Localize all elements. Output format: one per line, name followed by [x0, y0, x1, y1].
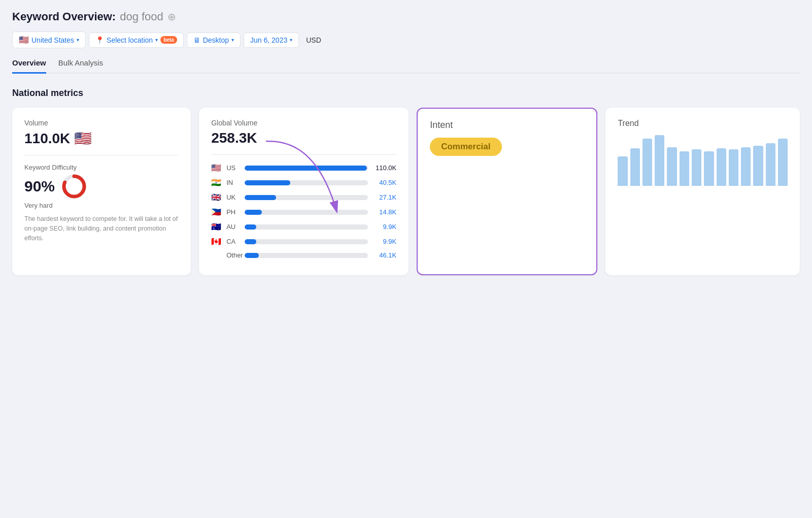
- page-title-query: dog food: [120, 10, 163, 23]
- trend-bar: [729, 149, 738, 186]
- country-row: 🇨🇦 CA 9.9K: [211, 237, 396, 246]
- trend-bar: [778, 139, 788, 186]
- country-flag: 🇵🇭: [211, 207, 222, 217]
- intent-badge: Commercial: [430, 138, 501, 156]
- country-row: 🇬🇧 UK 27.1K: [211, 192, 396, 202]
- kd-label: Keyword Difficulty: [24, 164, 179, 171]
- location-selector[interactable]: 📍 Select location ▾ beta: [89, 33, 184, 48]
- country-row: 🇺🇸 US 110.0K: [211, 163, 396, 173]
- country-code: AU: [226, 223, 241, 231]
- cards-row: Volume 110.0K 🇺🇸 Keyword Difficulty 90% …: [12, 108, 800, 275]
- global-volume-label: Global Volume: [211, 119, 396, 127]
- country-list: 🇺🇸 US 110.0K 🇮🇳 IN 40.5K 🇬🇧 UK 27.1K 🇵🇭 …: [211, 163, 396, 259]
- device-label: Desktop: [203, 36, 229, 44]
- country-value: 40.5K: [372, 179, 396, 186]
- date-selector[interactable]: Jun 6, 2023 ▾: [244, 33, 299, 48]
- trend-bar: [642, 139, 652, 186]
- country-code: Other: [226, 251, 241, 259]
- tab-overview[interactable]: Overview: [12, 58, 46, 74]
- bar-fill: [245, 180, 290, 185]
- country-value: 46.1K: [372, 251, 396, 259]
- country-row: 🇵🇭 PH 14.8K: [211, 207, 396, 217]
- intent-label: Intent: [430, 120, 584, 131]
- country-code: IN: [226, 179, 241, 186]
- country-row: 🇦🇺 AU 9.9K: [211, 222, 396, 232]
- kd-donut-chart: [61, 173, 87, 200]
- country-label: United States: [31, 36, 74, 44]
- volume-number: 110.0K: [24, 131, 70, 147]
- bar-background: [245, 239, 368, 244]
- trend-bar: [741, 147, 751, 186]
- location-label: Select location: [107, 36, 153, 44]
- add-keyword-icon[interactable]: ⊕: [167, 11, 176, 23]
- volume-label: Volume: [24, 119, 179, 127]
- section-title: National metrics: [12, 88, 800, 99]
- bar-background: [245, 224, 368, 230]
- date-chevron-icon: ▾: [290, 37, 292, 43]
- country-value: 14.8K: [372, 208, 396, 216]
- volume-card: Volume 110.0K 🇺🇸 Keyword Difficulty 90% …: [12, 108, 191, 275]
- country-flag: 🇮🇳: [211, 178, 222, 187]
- bar-fill: [245, 210, 262, 215]
- bar-background: [245, 210, 368, 215]
- card-divider: [24, 155, 179, 155]
- page-title-keyword: Keyword Overview:: [12, 10, 116, 23]
- bar-background: [245, 195, 368, 200]
- bar-background: [245, 253, 368, 258]
- trend-chart: [618, 135, 788, 186]
- bar-fill: [245, 253, 259, 258]
- desktop-icon: 🖥: [193, 36, 200, 44]
- device-selector[interactable]: 🖥 Desktop ▾: [187, 33, 241, 48]
- country-code: US: [226, 164, 241, 172]
- bar-background: [245, 166, 368, 171]
- trend-bar: [717, 148, 726, 186]
- global-volume-number: 258.3K: [211, 130, 257, 146]
- country-row: 🇮🇳 IN 40.5K: [211, 178, 396, 187]
- us-flag: 🇺🇸: [19, 35, 29, 45]
- trend-bar: [766, 143, 775, 186]
- volume-flag: 🇺🇸: [74, 130, 92, 147]
- currency-label: USD: [302, 33, 325, 47]
- bar-fill: [245, 195, 276, 200]
- beta-badge: beta: [160, 36, 177, 44]
- trend-bar: [753, 146, 763, 186]
- tabs-nav: Overview Bulk Analysis: [12, 58, 800, 74]
- trend-bar: [692, 149, 701, 186]
- trend-bar: [667, 147, 676, 186]
- location-chevron-icon: ▾: [155, 37, 158, 43]
- date-label: Jun 6, 2023: [250, 36, 287, 44]
- country-value: 9.9K: [372, 238, 396, 245]
- volume-value: 110.0K 🇺🇸: [24, 130, 179, 147]
- bar-fill: [245, 166, 366, 171]
- page-header: Keyword Overview: dog food ⊕: [12, 10, 800, 23]
- kd-sublabel: Very hard: [24, 202, 179, 209]
- trend-bar: [704, 151, 714, 186]
- bar-background: [245, 180, 368, 185]
- bar-fill: [245, 239, 256, 244]
- toolbar: 🇺🇸 United States ▾ 📍 Select location ▾ b…: [12, 31, 800, 48]
- kd-value-row: 90%: [24, 173, 179, 200]
- device-chevron-icon: ▾: [231, 37, 234, 43]
- country-flag: 🇦🇺: [211, 222, 222, 232]
- trend-card: Trend: [605, 108, 800, 275]
- global-volume-card: Global Volume 258.3K 🇺🇸 US 110.0K 🇮🇳 IN …: [199, 108, 409, 275]
- trend-bar: [655, 135, 664, 186]
- tab-bulk-analysis[interactable]: Bulk Analysis: [58, 58, 103, 74]
- country-selector[interactable]: 🇺🇸 United States ▾: [12, 31, 86, 48]
- country-flag: 🇬🇧: [211, 192, 222, 202]
- trend-bar: [618, 156, 627, 186]
- trend-label: Trend: [618, 119, 788, 128]
- country-chevron-icon: ▾: [77, 37, 79, 43]
- country-code: CA: [226, 238, 241, 245]
- country-row: Other 46.1K: [211, 251, 396, 259]
- country-code: PH: [226, 208, 241, 216]
- trend-bar: [680, 151, 689, 186]
- global-divider: [211, 154, 396, 155]
- country-value: 110.0K: [372, 164, 396, 172]
- country-flag: 🇺🇸: [211, 163, 222, 173]
- kd-percent: 90%: [24, 178, 55, 195]
- country-value: 27.1K: [372, 193, 396, 201]
- country-value: 9.9K: [372, 223, 396, 231]
- country-code: UK: [226, 193, 241, 201]
- location-pin-icon: 📍: [95, 36, 104, 44]
